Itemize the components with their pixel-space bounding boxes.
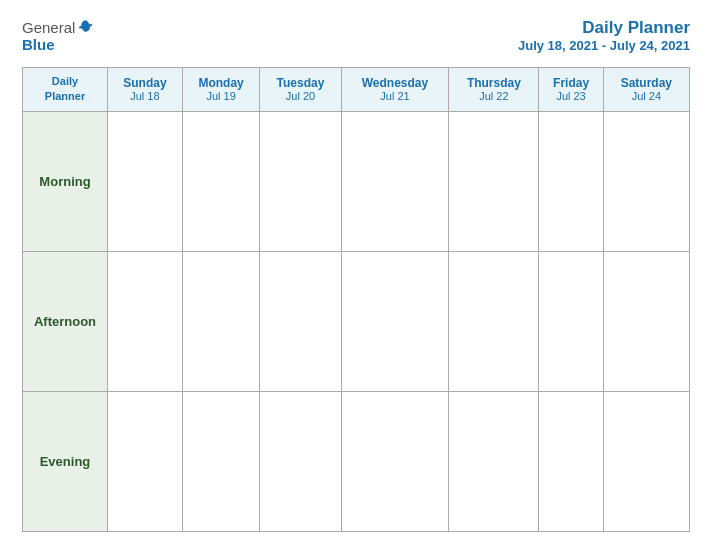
cell-morning-sunday[interactable] bbox=[108, 111, 183, 251]
logo-area: General Blue bbox=[22, 18, 95, 53]
cell-evening-thursday[interactable] bbox=[449, 391, 539, 531]
cell-morning-monday[interactable] bbox=[182, 111, 260, 251]
day-name-thursday: Thursday bbox=[453, 76, 534, 90]
time-label-evening: Evening bbox=[23, 391, 108, 531]
header: General Blue Daily Planner July 18, 2021… bbox=[22, 18, 690, 53]
cell-afternoon-sunday[interactable] bbox=[108, 251, 183, 391]
day-date-thursday: Jul 22 bbox=[453, 90, 534, 102]
header-cell-saturday: SaturdayJul 24 bbox=[603, 68, 689, 112]
date-range: July 18, 2021 - July 24, 2021 bbox=[518, 38, 690, 53]
header-row: Daily Planner SundayJul 18MondayJul 19Tu… bbox=[23, 68, 690, 112]
day-date-saturday: Jul 24 bbox=[608, 90, 685, 102]
day-name-wednesday: Wednesday bbox=[346, 76, 445, 90]
body-row: Morning bbox=[23, 111, 690, 251]
logo-bird-icon bbox=[77, 18, 95, 36]
time-label-morning: Morning bbox=[23, 111, 108, 251]
planner-label-line1: Daily bbox=[52, 75, 78, 87]
logo-blue-text: Blue bbox=[22, 36, 55, 53]
cell-morning-saturday[interactable] bbox=[603, 111, 689, 251]
page: General Blue Daily Planner July 18, 2021… bbox=[0, 0, 712, 550]
day-date-sunday: Jul 18 bbox=[112, 90, 178, 102]
day-name-tuesday: Tuesday bbox=[264, 76, 336, 90]
cell-morning-tuesday[interactable] bbox=[260, 111, 341, 251]
calendar-body: MorningAfternoonEvening bbox=[23, 111, 690, 531]
day-name-friday: Friday bbox=[543, 76, 598, 90]
body-row: Evening bbox=[23, 391, 690, 531]
planner-header-cell: Daily Planner bbox=[23, 68, 108, 112]
day-date-wednesday: Jul 21 bbox=[346, 90, 445, 102]
cell-evening-friday[interactable] bbox=[539, 391, 603, 531]
cell-afternoon-friday[interactable] bbox=[539, 251, 603, 391]
body-row: Afternoon bbox=[23, 251, 690, 391]
time-label-afternoon: Afternoon bbox=[23, 251, 108, 391]
header-cell-sunday: SundayJul 18 bbox=[108, 68, 183, 112]
cell-morning-friday[interactable] bbox=[539, 111, 603, 251]
cell-evening-tuesday[interactable] bbox=[260, 391, 341, 531]
logo-text: General bbox=[22, 18, 95, 36]
header-cell-wednesday: WednesdayJul 21 bbox=[341, 68, 449, 112]
day-name-saturday: Saturday bbox=[608, 76, 685, 90]
cell-afternoon-monday[interactable] bbox=[182, 251, 260, 391]
logo-general-text: General bbox=[22, 19, 75, 36]
day-date-monday: Jul 19 bbox=[187, 90, 256, 102]
calendar-table: Daily Planner SundayJul 18MondayJul 19Tu… bbox=[22, 67, 690, 532]
cell-evening-wednesday[interactable] bbox=[341, 391, 449, 531]
cell-afternoon-thursday[interactable] bbox=[449, 251, 539, 391]
header-cell-monday: MondayJul 19 bbox=[182, 68, 260, 112]
cell-afternoon-saturday[interactable] bbox=[603, 251, 689, 391]
header-cell-friday: FridayJul 23 bbox=[539, 68, 603, 112]
day-date-tuesday: Jul 20 bbox=[264, 90, 336, 102]
day-name-monday: Monday bbox=[187, 76, 256, 90]
cell-evening-sunday[interactable] bbox=[108, 391, 183, 531]
page-title: Daily Planner bbox=[518, 18, 690, 38]
day-date-friday: Jul 23 bbox=[543, 90, 598, 102]
cell-afternoon-tuesday[interactable] bbox=[260, 251, 341, 391]
header-cell-thursday: ThursdayJul 22 bbox=[449, 68, 539, 112]
cell-afternoon-wednesday[interactable] bbox=[341, 251, 449, 391]
cell-evening-monday[interactable] bbox=[182, 391, 260, 531]
cell-morning-wednesday[interactable] bbox=[341, 111, 449, 251]
cell-evening-saturday[interactable] bbox=[603, 391, 689, 531]
day-name-sunday: Sunday bbox=[112, 76, 178, 90]
cell-morning-thursday[interactable] bbox=[449, 111, 539, 251]
title-area: Daily Planner July 18, 2021 - July 24, 2… bbox=[518, 18, 690, 53]
header-cell-tuesday: TuesdayJul 20 bbox=[260, 68, 341, 112]
planner-label-line2: Planner bbox=[45, 90, 85, 102]
